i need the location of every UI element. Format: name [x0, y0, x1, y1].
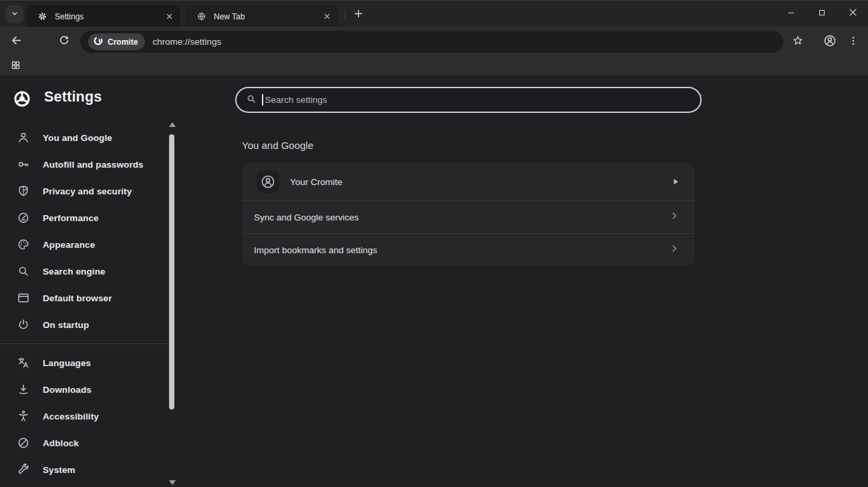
- settings-content: You and Google Your Cromite: [176, 124, 868, 266]
- scroll-down-icon[interactable]: [168, 479, 176, 486]
- sidebar-item-label: You and Google: [43, 133, 112, 143]
- cromite-badge-icon: [93, 35, 104, 49]
- key-icon: [17, 158, 30, 171]
- sidebar-item-label: System: [43, 465, 76, 475]
- chevron-down-icon: [10, 9, 19, 20]
- close-icon: [848, 7, 858, 19]
- sidebar-item-on-startup[interactable]: On startup: [0, 311, 168, 338]
- row-label: Import bookmarks and settings: [254, 245, 670, 255]
- sidebar-item-label: On startup: [43, 320, 89, 330]
- section-heading: You and Google: [242, 140, 868, 151]
- tab-search-button[interactable]: [5, 5, 23, 23]
- browser-window-icon: [17, 291, 30, 305]
- browser-window: Settings New Tab: [0, 0, 868, 487]
- apps-grid-button[interactable]: [9, 59, 22, 73]
- tab-title: New Tab: [214, 12, 315, 21]
- chevron-right-icon: [670, 244, 679, 256]
- sidebar-item-label: Languages: [43, 358, 91, 368]
- tab-new-tab[interactable]: New Tab: [186, 5, 338, 27]
- settings-sidebar: You and Google Autofill and passwords: [0, 124, 168, 483]
- bookmark-button[interactable]: [787, 31, 809, 52]
- maximize-icon: [817, 8, 827, 19]
- close-tab-icon[interactable]: [321, 11, 333, 23]
- sidebar-item-you-and-google[interactable]: You and Google: [0, 124, 168, 151]
- row-label: Sync and Google services: [254, 212, 670, 222]
- sidebar-item-performance[interactable]: Performance: [0, 204, 168, 231]
- reload-icon: [58, 35, 70, 49]
- sidebar-item-autofill-and-passwords[interactable]: Autofill and passwords: [0, 151, 168, 178]
- back-arrow-icon: [10, 34, 23, 49]
- settings-search-field[interactable]: [235, 87, 702, 113]
- three-dot-menu-icon: [848, 35, 859, 48]
- menu-button[interactable]: [843, 31, 864, 52]
- sidebar-item-accessibility[interactable]: Accessibility: [0, 403, 168, 430]
- star-icon: [792, 35, 804, 49]
- site-info-chip[interactable]: Cromite: [88, 33, 145, 50]
- sidebar-item-label: Performance: [43, 213, 99, 223]
- blocked-icon: [17, 436, 30, 450]
- plus-icon: [353, 9, 364, 21]
- close-tab-icon[interactable]: [163, 11, 175, 23]
- sidebar-item-label: Search engine: [43, 267, 106, 277]
- tab-strip: Settings New Tab: [0, 0, 868, 27]
- window-controls: [776, 1, 868, 27]
- apps-grid-icon: [11, 60, 21, 72]
- sidebar-item-default-browser[interactable]: Default browser: [0, 285, 168, 311]
- power-icon: [17, 318, 30, 331]
- url-text: chrome://settings: [152, 37, 221, 47]
- minimize-button[interactable]: [776, 1, 807, 26]
- translate-icon: [17, 356, 30, 369]
- triangle-right-icon: [672, 176, 679, 188]
- row-label: Your Cromite: [290, 177, 672, 187]
- cromite-logo-icon: [13, 90, 31, 108]
- sidebar-item-label: Downloads: [43, 385, 92, 395]
- sidebar-scrollbar[interactable]: [168, 120, 176, 487]
- scroll-up-icon[interactable]: [168, 121, 176, 128]
- download-icon: [17, 383, 30, 396]
- sidebar-item-adblock[interactable]: Adblock: [0, 430, 168, 456]
- wrench-icon: [17, 463, 30, 476]
- sidebar-item-privacy-and-security[interactable]: Privacy and security: [0, 178, 168, 204]
- person-icon: [17, 131, 30, 144]
- sidebar-item-downloads[interactable]: Downloads: [0, 376, 168, 403]
- forward-arrow-icon: [34, 34, 47, 49]
- browser-toolbar: Cromite chrome://settings: [0, 27, 868, 57]
- sidebar-item-system[interactable]: System: [0, 456, 168, 483]
- maximize-button[interactable]: [807, 1, 837, 26]
- palette-icon: [17, 238, 30, 251]
- search-icon: [246, 94, 257, 107]
- search-input[interactable]: [265, 95, 692, 105]
- chevron-right-icon: [670, 211, 679, 223]
- settings-page: Settings You and Google: [0, 75, 868, 487]
- sidebar-item-label: Appearance: [43, 240, 95, 250]
- new-tab-button[interactable]: [349, 6, 367, 23]
- you-and-google-card: Your Cromite Sync and Google services Im…: [242, 163, 695, 266]
- avatar: [257, 170, 279, 193]
- bookmarks-bar: [0, 57, 868, 75]
- profile-button[interactable]: [819, 31, 841, 52]
- globe-icon: [194, 10, 208, 23]
- sidebar-item-label: Autofill and passwords: [43, 160, 144, 170]
- forward-button[interactable]: [29, 31, 51, 52]
- address-bar[interactable]: Cromite chrome://settings: [80, 31, 783, 53]
- tab-divider: [345, 9, 345, 19]
- speedometer-icon: [17, 211, 30, 224]
- row-sync-and-google-services[interactable]: Sync and Google services: [242, 201, 695, 233]
- reload-button[interactable]: [53, 31, 75, 52]
- scrollbar-thumb[interactable]: [169, 134, 174, 410]
- sidebar-item-appearance[interactable]: Appearance: [0, 231, 168, 258]
- back-button[interactable]: [5, 31, 27, 52]
- text-caret: [262, 94, 263, 106]
- search-icon: [17, 265, 30, 278]
- sidebar-item-search-engine[interactable]: Search engine: [0, 258, 168, 285]
- sidebar-item-languages[interactable]: Languages: [0, 349, 168, 376]
- tab-settings[interactable]: Settings: [27, 5, 180, 27]
- tab-title: Settings: [55, 12, 157, 21]
- close-window-button[interactable]: [837, 1, 868, 26]
- gear-icon: [35, 10, 49, 23]
- row-your-cromite[interactable]: Your Cromite: [242, 163, 695, 200]
- chip-label: Cromite: [108, 37, 138, 47]
- sidebar-item-label: Accessibility: [43, 412, 99, 422]
- minimize-icon: [786, 8, 796, 19]
- row-import-bookmarks-and-settings[interactable]: Import bookmarks and settings: [242, 234, 695, 266]
